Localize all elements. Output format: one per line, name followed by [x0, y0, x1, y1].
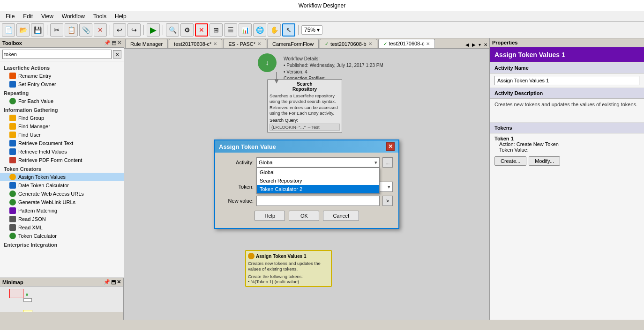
tab-close-icon[interactable]: ✕ — [213, 41, 217, 46]
menu-edit[interactable]: Edit — [19, 12, 37, 21]
tab-label: test20170608-b — [330, 41, 366, 47]
tabs-bar: Rule Manager test20170608-c* ✕ ES - PASC… — [124, 38, 489, 49]
toolbox-item-gen-weblink[interactable]: Generate WebLink URLs — [0, 198, 124, 206]
dialog-newvalue-input[interactable] — [256, 196, 380, 206]
toolbar-list[interactable]: ☰ — [224, 23, 237, 37]
token-1-row: Token 1 Action: Create New Token Token V… — [494, 136, 639, 153]
tab-label: Rule Manager — [130, 41, 163, 47]
toolbar-sep1 — [47, 25, 47, 35]
menu-file[interactable]: File — [2, 12, 18, 21]
tab-prev-icon[interactable]: ◀ — [464, 41, 470, 48]
toolbox-item-gen-web-access[interactable]: Generate Web Access URLs — [0, 190, 124, 198]
zoom-dropdown-icon[interactable]: ▾ — [317, 27, 320, 33]
toolbar-grid[interactable]: ⊞ — [210, 23, 223, 37]
toolbox-item-pattern-matching[interactable]: Pattern Matching — [0, 206, 124, 215]
canvas[interactable]: ↓ Workflow Details: • Published: Wednesd… — [124, 49, 489, 320]
toolbar-stop[interactable]: ✕ — [195, 23, 208, 37]
minimap-expand-icon[interactable]: ⬒ — [111, 279, 116, 285]
toolbox-item-find-manager[interactable]: Find Manager — [0, 122, 124, 131]
toolbox-item-date-token-calc[interactable]: Date Token Calculator — [0, 181, 124, 190]
toolbox-item-read-json[interactable]: Read JSON — [0, 215, 124, 223]
dropdown-option-token-calc2[interactable]: Token Calculator 2 — [257, 185, 379, 193]
minimap-viewport[interactable] — [9, 289, 23, 298]
toolbar-pan[interactable]: ✋ — [268, 23, 281, 37]
minimap-pin-icon[interactable]: 📌 — [104, 279, 110, 285]
dialog-title: Assign Token Value — [219, 143, 276, 150]
toolbox-item-retrieve-pdf[interactable]: Retrieve PDF Form Content — [0, 156, 124, 164]
toolbar-undo[interactable]: ↩ — [113, 23, 126, 37]
section-enterprise-integration: Enterprise Integration — [0, 240, 124, 249]
toolbox-search-input[interactable] — [2, 50, 112, 59]
toolbar-save[interactable]: 💾 — [31, 23, 44, 37]
assign-token-values-icon — [9, 174, 16, 180]
token-create-button[interactable]: Create... — [494, 156, 526, 166]
toolbox-close-icon[interactable]: ✕ — [117, 40, 121, 46]
dialog-cancel-button[interactable]: Cancel — [323, 211, 359, 221]
menu-tools[interactable]: Tools — [90, 12, 110, 21]
menu-workflow[interactable]: Workflow — [58, 12, 89, 21]
dropdown-option-search-repo[interactable]: Search Repository — [257, 176, 379, 185]
toolbox-item-assign-token-values[interactable]: Assign Token Values — [0, 173, 124, 181]
tab-label: ES - PASC* — [228, 41, 255, 47]
toolbar-settings[interactable]: ⚙ — [180, 23, 194, 37]
tab-es-pasc[interactable]: ES - PASC* ✕ — [223, 39, 266, 48]
tab-close-icon[interactable]: ✕ — [368, 41, 372, 46]
toolbox-clear-button[interactable]: ✕ — [113, 50, 121, 59]
dialog-activity-dropdown-arrow[interactable]: ▾ — [374, 160, 377, 166]
toolbox-item-find-group[interactable]: Find Group — [0, 114, 124, 122]
toolbar-cut[interactable]: ✂ — [50, 23, 63, 37]
toolbar-sep4 — [163, 25, 163, 35]
read-json-icon — [9, 216, 16, 222]
toolbar-paste[interactable]: 📎 — [79, 23, 92, 37]
toolbox-item-label: Generate Web Access URLs — [18, 191, 84, 197]
tab-test20170608-c-star[interactable]: test20170608-c* ✕ — [169, 39, 222, 48]
toolbox-item-retrieve-field-values[interactable]: Retrieve Field Values — [0, 147, 124, 156]
toolbar-run[interactable]: ▶ — [147, 23, 160, 37]
tab-close-all-icon[interactable]: ✕ — [483, 41, 488, 48]
toolbar-copy[interactable]: 📋 — [65, 23, 78, 37]
toolbar-redo[interactable]: ↪ — [127, 23, 141, 37]
toolbar-sep5 — [298, 25, 299, 35]
toolbox-item-for-each-value[interactable]: For Each Value — [0, 97, 124, 105]
toolbox-item-read-xml[interactable]: Read XML — [0, 223, 124, 232]
dialog-newvalue-arrow-button[interactable]: > — [382, 196, 393, 206]
dialog-help-button[interactable]: Help — [255, 211, 285, 221]
menu-help[interactable]: Help — [111, 12, 130, 21]
dialog-close-button[interactable]: ✕ — [386, 142, 395, 151]
tab-next-icon[interactable]: ▶ — [471, 41, 477, 48]
toolbox-item-retrieve-doc-text[interactable]: Retrieve Document Text — [0, 139, 124, 147]
toolbar-delete[interactable]: ✕ — [94, 23, 107, 37]
date-token-calc-icon — [9, 182, 16, 189]
token-modify-button[interactable]: Modify... — [529, 156, 560, 166]
toolbar-globe[interactable]: 🌐 — [253, 23, 266, 37]
toolbox-item-find-user[interactable]: Find User — [0, 131, 124, 139]
toolbar-new[interactable]: 📄 — [2, 23, 15, 37]
toolbar-open[interactable]: 📂 — [16, 23, 30, 37]
minimap-title: Minimap — [2, 279, 23, 285]
tab-rule-manager[interactable]: Rule Manager — [125, 39, 168, 48]
dialog-token-dropdown-arrow[interactable]: ▾ — [388, 184, 390, 190]
gen-weblink-icon — [9, 199, 16, 205]
dropdown-option-global[interactable]: Global — [257, 168, 379, 176]
properties-activity-name-input[interactable] — [494, 76, 639, 85]
minimap-close-icon[interactable]: ✕ — [117, 279, 121, 285]
toolbar-search[interactable]: 🔍 — [166, 23, 179, 37]
tab-test20170608-b[interactable]: ✓ test20170608-b ✕ — [320, 39, 377, 48]
toolbox-expand-icon[interactable]: ⬒ — [112, 40, 116, 46]
toolbox-item-set-entry-owner[interactable]: Set Entry Owner — [0, 80, 124, 88]
toolbox-item-rename-entry[interactable]: Rename Entry — [0, 72, 124, 80]
tab-close-icon[interactable]: ✕ — [257, 41, 261, 46]
toolbox-pin-icon[interactable]: 📌 — [104, 40, 111, 46]
dialog-browse-button[interactable]: ... — [382, 157, 393, 168]
minimap: Minimap 📌 ⬒ ✕ — [0, 278, 124, 320]
toolbox-item-token-calculator[interactable]: Token Calculator — [0, 232, 124, 240]
tab-menu-icon[interactable]: ▾ — [478, 41, 482, 48]
toolbar-cursor[interactable]: ↖ — [282, 23, 295, 37]
dialog-ok-button[interactable]: OK — [289, 211, 319, 221]
menu-view[interactable]: View — [37, 12, 57, 21]
title-bar-label: Workflow Designer — [299, 2, 345, 9]
tab-camera-form-flow[interactable]: CameraFormFlow — [267, 39, 319, 48]
tab-test20170608-c[interactable]: ✓ test20170608-c ✕ — [378, 39, 435, 48]
tab-close-icon[interactable]: ✕ — [426, 41, 430, 46]
toolbar-chart[interactable]: 📊 — [239, 23, 252, 37]
